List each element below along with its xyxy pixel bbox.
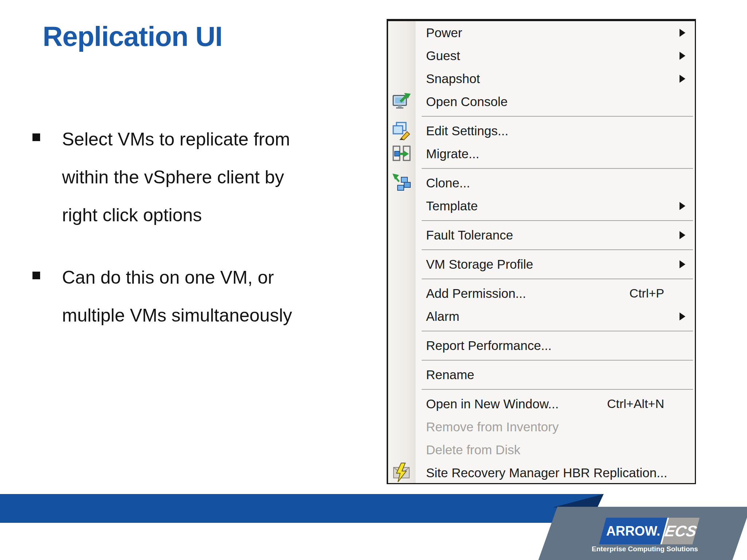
- page-title: Replication UI: [43, 21, 222, 52]
- bullet-line: Select VMs to replicate from: [62, 120, 347, 158]
- submenu-arrow-icon: [680, 260, 685, 268]
- menu-item-label: Clone...: [426, 171, 470, 194]
- menu-item-open-in-new-window[interactable]: Open in New Window... Ctrl+Alt+N: [388, 392, 695, 415]
- menu-item-vm-storage-profile[interactable]: VM Storage Profile: [388, 253, 695, 276]
- menu-item-label: Site Recovery Manager HBR Replication...: [426, 461, 667, 484]
- menu-item-report-performance[interactable]: Report Performance...: [388, 334, 695, 357]
- arrow-logo-box: ARROW.: [599, 518, 667, 544]
- menu-item-label: VM Storage Profile: [426, 253, 533, 276]
- menu-item-label: Alarm: [426, 305, 459, 328]
- srm-icon: [392, 463, 411, 482]
- logo-tagline: Enterprise Computing Solutions: [590, 545, 700, 553]
- ecs-logo-text: ECS: [663, 522, 698, 540]
- bullet-line: multiple VMs simultaneously: [62, 296, 347, 334]
- bullet-item-select-vms: Select VMs to replicate from within the …: [62, 120, 347, 234]
- menu-item-snapshot[interactable]: Snapshot: [388, 67, 695, 90]
- menu-item-clone[interactable]: Clone...: [388, 171, 695, 194]
- migrate-icon: [392, 144, 411, 163]
- menu-item-label: Power: [426, 21, 462, 44]
- menu-item-label: Open Console: [426, 90, 508, 113]
- menu-separator: [388, 165, 695, 171]
- menu-item-power[interactable]: Power: [388, 21, 695, 44]
- menu-item-guest[interactable]: Guest: [388, 44, 695, 67]
- console-icon: [392, 92, 411, 111]
- menu-separator: [388, 357, 695, 363]
- menu-item-shortcut: Ctrl+Alt+N: [607, 392, 664, 415]
- menu-separator: [388, 217, 695, 223]
- submenu-arrow-icon: [680, 202, 685, 210]
- menu-item-label: Fault Tolerance: [426, 223, 513, 246]
- bullet-marker: [32, 272, 40, 279]
- menu-item-edit-settings[interactable]: Edit Settings...: [388, 119, 695, 142]
- menu-item-label: Migrate...: [426, 142, 479, 165]
- menu-item-label: Report Performance...: [426, 334, 551, 357]
- menu-item-label: Guest: [426, 44, 460, 67]
- menu-separator: [388, 246, 695, 253]
- arrow-logo-text: ARROW.: [606, 524, 660, 539]
- bullet-line: within the vSphere client by: [62, 158, 347, 196]
- menu-separator: [388, 276, 695, 282]
- bullet-line: right click options: [62, 196, 347, 234]
- submenu-arrow-icon: [680, 29, 685, 37]
- footer-blue-bar: [0, 494, 604, 523]
- menu-item-label: Open in New Window...: [426, 392, 559, 415]
- menu-item-add-permission[interactable]: Add Permission... Ctrl+P: [388, 282, 695, 305]
- bullet-line: Can do this on one VM, or: [62, 258, 347, 296]
- menu-item-label: Edit Settings...: [426, 119, 508, 142]
- edit-settings-icon: [392, 121, 411, 140]
- menu-item-label: Template: [426, 194, 478, 217]
- menu-item-label: Snapshot: [426, 67, 480, 90]
- clone-icon: [392, 173, 411, 192]
- menu-item-label: Delete from Disk: [426, 438, 520, 461]
- menu-item-alarm[interactable]: Alarm: [388, 305, 695, 328]
- slide: Replication UI Select VMs to replicate f…: [0, 0, 747, 560]
- vm-context-menu: Power Guest Snapshot Open Console: [387, 19, 696, 484]
- menu-item-remove-from-inventory: Remove from Inventory: [388, 415, 695, 438]
- submenu-arrow-icon: [680, 75, 685, 83]
- menu-item-fault-tolerance[interactable]: Fault Tolerance: [388, 223, 695, 246]
- menu-item-shortcut: Ctrl+P: [630, 282, 664, 305]
- menu-item-rename[interactable]: Rename: [388, 363, 695, 386]
- menu-item-template[interactable]: Template: [388, 194, 695, 217]
- submenu-arrow-icon: [680, 231, 685, 239]
- arrow-ecs-logo: ARROW. ECS: [599, 518, 700, 544]
- menu-item-label: Remove from Inventory: [426, 415, 559, 438]
- menu-item-open-console[interactable]: Open Console: [388, 90, 695, 113]
- submenu-arrow-icon: [680, 312, 685, 320]
- menu-separator: [388, 113, 695, 119]
- menu-item-label: Add Permission...: [426, 282, 526, 305]
- bullet-marker: [32, 133, 40, 141]
- menu-item-delete-from-disk: Delete from Disk: [388, 438, 695, 461]
- menu-item-srm-hbr-replication[interactable]: Site Recovery Manager HBR Replication...: [388, 461, 695, 484]
- menu-item-label: Rename: [426, 363, 474, 386]
- menu-item-migrate[interactable]: Migrate...: [388, 142, 695, 165]
- menu-separator: [388, 328, 695, 334]
- menu-separator: [388, 386, 695, 392]
- submenu-arrow-icon: [680, 52, 685, 60]
- bullet-item-multiple-vms: Can do this on one VM, or multiple VMs s…: [62, 258, 347, 334]
